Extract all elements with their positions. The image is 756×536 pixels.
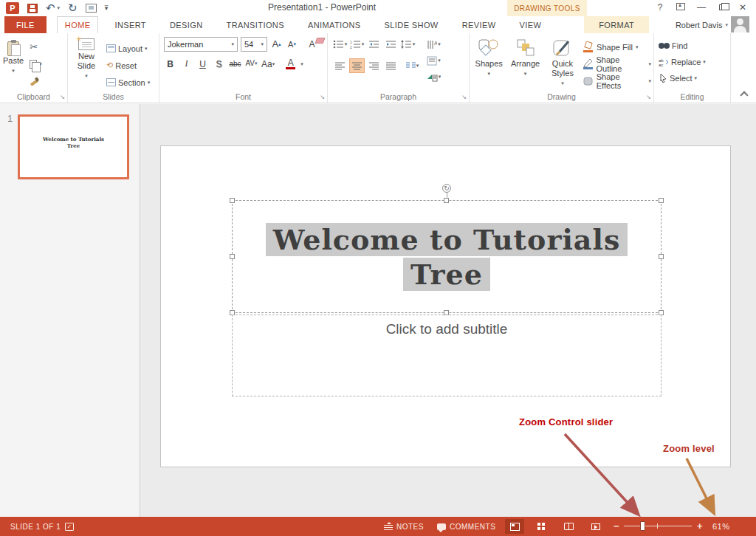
powerpoint-app-icon[interactable]: P xyxy=(6,2,19,14)
tab-review[interactable]: REVIEW xyxy=(455,16,504,33)
normal-view-button[interactable] xyxy=(505,519,524,534)
slide-sorter-icon xyxy=(537,523,546,531)
numbering-button[interactable]: 12 ▾ xyxy=(349,37,365,52)
tab-file[interactable]: FILE xyxy=(4,16,47,33)
find-button[interactable]: Find xyxy=(657,38,728,53)
font-color-button[interactable]: A xyxy=(284,57,297,71)
tab-animations[interactable]: ANIMATIONS xyxy=(300,16,368,33)
columns-button[interactable]: ▾ xyxy=(405,58,420,73)
character-spacing-button[interactable]: AV▾ xyxy=(245,57,258,71)
replace-button[interactable]: abac Replace▾ xyxy=(657,54,728,69)
drawing-tools-context-header: DRAWING TOOLS xyxy=(507,0,587,16)
decrease-indent-button[interactable] xyxy=(366,37,382,52)
help-icon[interactable]: ? xyxy=(650,2,670,13)
increase-indent-button[interactable] xyxy=(383,37,399,52)
bullets-button[interactable]: ▾ xyxy=(332,37,348,52)
copy-button[interactable]: ▾ xyxy=(28,56,44,72)
convert-to-smartart-button[interactable]: ▾ xyxy=(426,69,441,84)
zoom-level-value[interactable]: 61% xyxy=(712,517,730,536)
resize-handle-e[interactable] xyxy=(659,254,664,259)
comments-button[interactable]: COMMENTS xyxy=(437,517,495,536)
reading-view-button[interactable] xyxy=(559,519,578,534)
increase-font-size-button[interactable]: A▴ xyxy=(270,37,283,51)
clear-formatting-button[interactable]: A xyxy=(306,37,318,51)
rotation-handle-icon[interactable]: ↻ xyxy=(442,184,451,193)
group-drawing: Shapes ▾ Arrange ▾ Quick Styles ▾ Shape … xyxy=(470,33,654,103)
collapse-ribbon-icon[interactable] xyxy=(740,91,748,99)
layout-button[interactable]: Layout▾ xyxy=(105,41,151,56)
shapes-button[interactable]: Shapes ▾ xyxy=(472,36,505,89)
redo-icon[interactable]: ↻ xyxy=(68,3,78,13)
paragraph-dialog-launcher-icon[interactable]: ↘ xyxy=(461,95,467,100)
tab-insert[interactable]: INSERT xyxy=(107,16,154,33)
align-center-button[interactable] xyxy=(349,58,365,73)
tab-view[interactable]: VIEW xyxy=(512,16,549,33)
line-spacing-button[interactable]: ▾ xyxy=(400,37,416,52)
font-size-select[interactable]: 54▾ xyxy=(241,37,267,52)
clipboard-dialog-launcher-icon[interactable]: ↘ xyxy=(60,95,65,100)
bold-button[interactable]: B xyxy=(164,57,176,71)
paste-button[interactable]: Paste ▾ xyxy=(3,36,24,89)
reset-button[interactable]: ⟲Reset xyxy=(105,58,151,73)
shape-outline-button[interactable]: Shape Outline▾ xyxy=(583,56,651,72)
close-icon[interactable]: ✕ xyxy=(732,2,753,13)
slide-editing-surface[interactable]: ↻ Welcome to Tutorials Tree xyxy=(160,145,731,467)
shape-effects-button[interactable]: Shape Effects▾ xyxy=(583,73,651,89)
account-name[interactable]: Robert Davis ▾ xyxy=(676,16,728,33)
zoom-out-button[interactable]: − xyxy=(614,520,619,532)
group-editing: Find abac Replace▾ Select▾ Editing xyxy=(654,33,731,103)
tab-home[interactable]: HOME xyxy=(57,16,99,33)
select-button[interactable]: Select▾ xyxy=(657,70,728,86)
strikethrough-button[interactable]: abc xyxy=(229,57,241,71)
spell-check-button[interactable]: ✓ xyxy=(65,517,74,536)
tab-transitions[interactable]: TRANSITIONS xyxy=(219,16,292,33)
minimize-icon[interactable]: — xyxy=(691,2,712,13)
quick-styles-button[interactable]: Quick Styles ▾ xyxy=(546,36,580,89)
notes-button[interactable]: NOTES xyxy=(384,517,424,536)
tab-design[interactable]: DESIGN xyxy=(162,16,210,33)
start-slideshow-icon[interactable] xyxy=(86,4,97,13)
underline-button[interactable]: U xyxy=(196,57,209,71)
align-left-button[interactable] xyxy=(332,58,348,73)
text-shadow-button[interactable]: S xyxy=(213,57,225,71)
format-painter-button[interactable] xyxy=(28,73,44,89)
resize-handle-w[interactable] xyxy=(230,254,235,259)
ribbon-display-options-icon[interactable] xyxy=(670,2,691,13)
change-case-button[interactable]: Aa▾ xyxy=(261,57,275,71)
zoom-slider-track[interactable] xyxy=(624,526,692,526)
restore-icon[interactable] xyxy=(712,2,732,13)
shape-fill-button[interactable]: Shape Fill▾ xyxy=(583,39,651,55)
align-text-button[interactable]: ▾ xyxy=(426,53,441,68)
tab-format[interactable]: FORMAT xyxy=(584,16,649,33)
undo-icon[interactable]: ↶ xyxy=(46,3,55,13)
resize-handle-n[interactable] xyxy=(444,198,449,203)
zoom-slider-thumb[interactable] xyxy=(640,521,645,531)
font-dialog-launcher-icon[interactable]: ↘ xyxy=(320,95,325,100)
customize-qat-icon[interactable]: ▾̅ xyxy=(105,4,109,12)
decrease-font-size-button[interactable]: A▾ xyxy=(286,37,298,51)
text-direction-button[interactable]: A ▾ xyxy=(426,37,441,52)
quick-styles-icon xyxy=(552,38,573,59)
subtitle-textbox[interactable]: Click to add subtitle xyxy=(232,315,662,396)
avatar[interactable] xyxy=(731,16,749,32)
font-color-dropdown-icon[interactable]: ▾ xyxy=(300,61,303,67)
resize-handle-nw[interactable] xyxy=(230,198,235,203)
slide-thumbnail[interactable]: Welcome to Tutorials Tree xyxy=(18,114,129,179)
italic-button[interactable]: I xyxy=(180,57,193,71)
tab-slideshow[interactable]: SLIDE SHOW xyxy=(377,16,446,33)
save-icon[interactable] xyxy=(27,4,38,13)
drawing-dialog-launcher-icon[interactable]: ↘ xyxy=(646,95,651,100)
zoom-in-button[interactable]: + xyxy=(697,520,703,532)
section-button[interactable]: Section▾ xyxy=(105,75,151,90)
arrange-button[interactable]: Arrange ▾ xyxy=(508,36,542,89)
cut-button[interactable]: ✂ xyxy=(28,39,44,55)
undo-dropdown-icon[interactable]: ▾ xyxy=(58,5,61,11)
justify-button[interactable] xyxy=(383,58,399,73)
resize-handle-ne[interactable] xyxy=(659,198,664,203)
slideshow-view-button[interactable] xyxy=(586,519,605,534)
title-textbox[interactable]: ↻ Welcome to Tutorials Tree xyxy=(232,200,662,313)
align-right-button[interactable] xyxy=(366,58,382,73)
new-slide-button[interactable]: New Slide ▾ xyxy=(71,36,102,89)
slide-sorter-view-button[interactable] xyxy=(532,519,551,534)
font-name-select[interactable]: Jokerman▾ xyxy=(164,37,238,52)
